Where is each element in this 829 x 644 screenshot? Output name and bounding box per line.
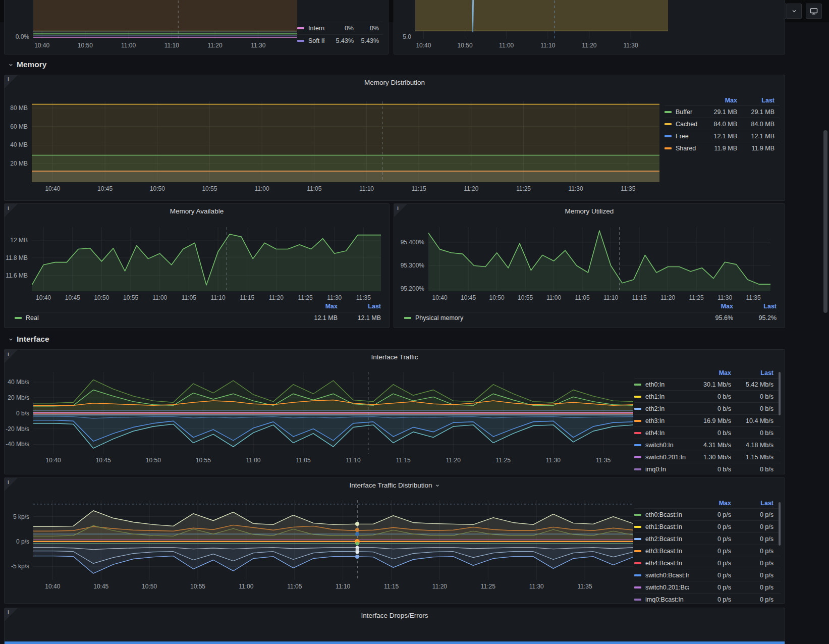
chart-canvas[interactable] [415,0,668,39]
refresh-interval-dropdown[interactable] [787,4,802,19]
legend-series-name[interactable]: imq0:Bcast:In [634,596,689,603]
legend-series-name[interactable]: Buffer [665,109,701,116]
legend-series-name[interactable]: eth1:In [634,393,689,400]
interface-traffic-legend: MaxLasteth0:In30.1 Mb/s5.42 Mb/seth1:In0… [634,368,781,475]
section-row-memory[interactable]: Memory [8,58,46,72]
legend-series-name[interactable]: Free [665,133,701,140]
chart-canvas[interactable] [32,101,659,182]
page-scrollbar[interactable] [823,130,827,313]
x-axis-tick-label: 11:15 [384,583,399,590]
legend-series-name[interactable]: Real [15,314,298,321]
panel-title[interactable]: Interface Traffic [5,353,785,361]
legend-header-last[interactable]: Last [737,97,775,104]
legend-max-value: 11.9 MB [701,145,737,152]
section-row-interface[interactable]: Interface [8,332,49,346]
legend-series-name[interactable]: eth4:In [634,430,689,437]
legend-header-max[interactable]: Max [694,303,733,310]
legend-row: eth4:In0 b/s0 b/s [634,426,781,439]
x-axis-tick-label: 10:50 [94,294,109,301]
legend-header-last[interactable]: Last [731,369,773,377]
legend-scrollbar[interactable] [779,502,781,546]
legend-row: switch0:In4.31 Mb/s4.18 Mb/s [634,439,781,451]
legend-series-name[interactable]: eth2:In [634,405,689,412]
panel-title[interactable]: Memory Available [5,207,389,215]
memory-distribution-chart[interactable]: 20 MB40 MB60 MB80 MB10:4010:4510:5010:55… [32,101,659,182]
tv-mode-button[interactable] [806,4,822,19]
legend-scrollbar[interactable] [779,372,781,415]
legend-series-name[interactable]: eth0:Bcast:In [634,511,689,518]
x-axis-tick-label: 10:55 [196,457,211,464]
legend-row: imq0:In0 b/s0 b/s [634,463,781,475]
legend-series-name[interactable]: switch0:Bcast:In [634,572,689,579]
x-axis-tick-label: 10:50 [78,42,93,49]
legend-series-name[interactable]: eth1:Bcast:In [634,523,689,530]
legend-header-last[interactable]: Last [338,303,381,310]
legend-series-name[interactable]: eth2:Bcast:In [634,535,689,543]
legend-series-name[interactable]: Physical memory [404,314,694,321]
legend-last-value: 0 p/s [731,535,773,543]
legend-last-value: 11.9 MB [737,145,775,152]
x-axis-tick-label: 10:45 [96,457,111,464]
legend-header-last[interactable]: Last [733,303,777,310]
memory-available-chart[interactable]: 11.6 MB11.8 MB12 MB10:4010:4510:5010:551… [32,227,381,291]
x-axis-tick-label: 11:35 [746,294,761,301]
legend-series-name[interactable]: switch0:In [634,442,689,449]
legend-swatch [634,432,641,434]
legend-row: Physical memory95.6%95.2% [404,312,777,324]
x-axis-tick-label: 11:10 [336,583,350,590]
legend-last-value: 84.0 MB [737,121,775,128]
legend-swatch [634,468,641,470]
interface-traffic-chart[interactable]: -40 Mb/s-20 Mb/s0 b/s20 Mb/s40 Mb/s10:40… [33,372,633,454]
y-axis-tick-label: 60 MB [10,123,28,130]
legend-last-value: 0 p/s [731,560,773,567]
memory-utilized-chart[interactable]: 95.200%95.300%95.400%10:4010:4510:5010:5… [428,227,770,291]
legend-header: MaxLast [15,301,381,312]
x-axis-tick-label: 11:30 [624,42,638,49]
legend-series-name[interactable]: switch0.201:Bcast:In [634,584,689,591]
interface-traffic-distribution-chart[interactable]: 5 kp/s0 p/s-5 kp/s10:4010:4510:5010:5511… [33,500,633,580]
chevron-down-icon [791,8,797,14]
cpu-chart[interactable]: 0.0%10:4010:5011:0011:1011:2011:30 [33,0,297,39]
panel-title[interactable]: Memory Distribution [5,79,785,86]
legend-header-last[interactable]: Last [731,500,773,507]
x-axis-tick-label: 11:20 [432,583,447,590]
legend-series-name[interactable]: eth4:Bcast:In [634,560,689,567]
legend-header-max[interactable]: Max [701,97,737,104]
legend-series-name[interactable]: switch0.201:In [634,454,689,461]
x-axis-tick-label: 11:25 [298,294,312,301]
legend-swatch [665,123,672,125]
x-axis-tick-label: 11:15 [632,294,647,301]
chart-canvas[interactable] [428,227,770,291]
legend-series-name[interactable]: Soft IRQ [297,37,324,44]
y-axis-tick-label: 0 p/s [16,538,29,545]
legend-series-name[interactable]: Cached [665,121,701,128]
legend-row: Buffer29.1 MB29.1 MB [665,105,780,118]
chart-canvas[interactable] [32,227,381,291]
legend-series-name[interactable]: eth3:Bcast:In [634,548,689,555]
legend-series-name[interactable]: imq0:In [634,466,689,473]
chart-canvas[interactable] [33,0,297,39]
x-axis-tick-label: 11:30 [529,583,544,590]
x-axis-tick-label: 11:35 [621,185,635,192]
y-axis-tick-label: -5 kp/s [11,563,29,570]
legend-row: eth1:In0 b/s0 b/s [634,390,781,402]
legend-last-value: 29.1 MB [737,109,775,116]
panel-title[interactable]: Interface Drops/Errors [5,612,785,619]
legend-header-max[interactable]: Max [298,303,338,310]
chart-canvas[interactable] [33,372,633,454]
x-axis-tick-label: 11:30 [327,294,342,301]
legend-header-max[interactable]: Max [689,500,731,507]
legend-series-name[interactable]: Shared [665,145,701,152]
legend-header-max[interactable]: Max [689,369,731,377]
legend-header: MaxLast [634,368,781,378]
legend-series-name[interactable]: eth0:In [634,381,689,388]
legend-series-name[interactable]: eth3:In [634,417,689,424]
legend-swatch [297,40,304,42]
panel-title[interactable]: Memory Utilized [394,207,785,215]
data-point-marker [355,532,359,536]
panel-title[interactable]: Interface Traffic Distribution [5,481,785,489]
legend-series-name[interactable]: Interrupt [297,25,324,32]
system-chart[interactable]: 5.010:4010:5011:0011:1011:2011:30 [415,0,668,39]
panel-focus-accent [5,641,785,644]
chart-canvas[interactable] [33,500,633,580]
